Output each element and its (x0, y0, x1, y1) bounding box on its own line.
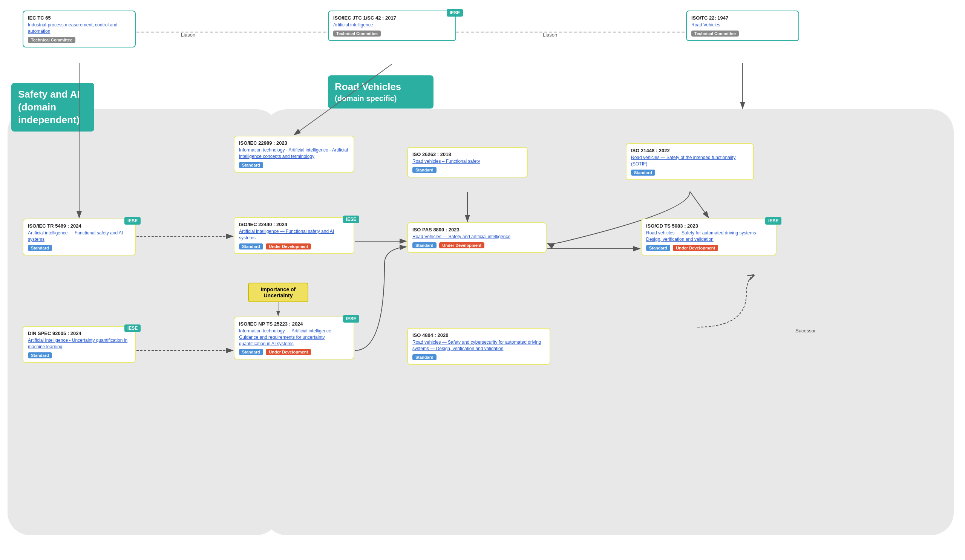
iso-iec-22440-badge2: Under Development (266, 243, 311, 250)
iso-iec-22440-badge1: Standard (239, 243, 263, 250)
safety-label: Safety and AI (domain independent) (11, 83, 94, 132)
iso-iec-jtc-badge: Technical Committee (333, 31, 381, 36)
iso-iec-jtc-iese: IESE (447, 9, 463, 16)
card-iso-pas-8800: ISO PAS 8800 : 2023 Road Vehicles — Safe… (407, 222, 546, 253)
card-din-spec-92005: DIN SPEC 92005 : 2024 Artificial Intelli… (23, 326, 136, 363)
iso-26262-badge: Standard (412, 167, 437, 173)
importance-label: Importance ofUncertainty (248, 282, 308, 302)
iso-pas-8800-badge1: Standard (412, 242, 437, 248)
iso-tc22-title: ISO/TC 22: 1947 (691, 15, 794, 21)
iso-cd-ts-5083-badge2: Under Development (673, 245, 718, 251)
iso-26262-link[interactable]: Road vehicles – Functional safety (412, 158, 522, 165)
card-iso-iec-22989: ISO/IEC 22989 : 2023 Information technol… (234, 136, 354, 173)
iso-iec-np-ts-25223-badge2: Under Development (266, 349, 311, 355)
road-label-line2: (domain specific) (335, 93, 427, 103)
din-spec-92005-badge: Standard (28, 353, 52, 358)
iso-pas-8800-title: ISO PAS 8800 : 2023 (412, 227, 541, 232)
card-iec-tc65: IEC TC 65 Industrial-process measurement… (23, 11, 136, 47)
card-iso-iec-jtc: ISO/IEC JTC 1/SC 42 : 2017 Artificial in… (328, 11, 456, 41)
iso-iec-tr-5469-title: ISO/IEC TR 5469 : 2024 (28, 223, 131, 229)
iso-cd-ts-5083-badge1: Standard (646, 245, 670, 251)
iso-iec-22989-link[interactable]: Information technology - Artificial inte… (239, 147, 349, 160)
iso-pas-8800-link[interactable]: Road Vehicles — Safety and artificial in… (412, 233, 541, 240)
iso-iec-np-ts-25223-iese: IESE (343, 315, 359, 323)
iso-4804-badge: Standard (412, 354, 437, 360)
iso-cd-ts-5083-link[interactable]: Road vehicles — Safety for automated dri… (646, 230, 771, 243)
iso-tc22-badge: Technical Committee (691, 31, 739, 36)
card-iso-tc22: ISO/TC 22: 1947 Road Vehicles Technical … (686, 11, 799, 41)
safety-label-line2: (domain (18, 101, 87, 114)
card-iso-cd-ts-5083: ISO/CD TS 5083 : 2023 Road vehicles — Sa… (641, 219, 777, 256)
iso-4804-title: ISO 4804 : 2020 (412, 332, 545, 338)
iec-tc65-link[interactable]: Industrial-process measurement, control … (28, 22, 131, 35)
iso-iec-tr-5469-iese: IESE (124, 217, 141, 225)
iso-iec-jtc-title: ISO/IEC JTC 1/SC 42 : 2017 (333, 15, 451, 21)
liaison-right: Liason (543, 32, 557, 38)
iso-iec-22989-badge: Standard (239, 162, 263, 168)
iso-iec-tr-5469-link[interactable]: Artificial intelligence — Functional saf… (28, 230, 131, 243)
liaison-left: Liason (181, 32, 195, 38)
iso-pas-8800-badge2: Under Development (439, 242, 484, 248)
road-label-line1: Road Vehicles (335, 81, 427, 93)
iso-iec-22440-title: ISO/IEC 22440 : 2024 (239, 222, 349, 227)
iso-iec-np-ts-25223-title: ISO/IEC NP TS 25223 : 2024 (239, 321, 349, 327)
card-iso-iec-np-ts-25223: ISO/IEC NP TS 25223 : 2024 Information t… (234, 317, 354, 359)
din-spec-92005-link[interactable]: Artificial Intelligence - Uncertainty qu… (28, 337, 131, 350)
iso-21448-title: ISO 21448 : 2022 (631, 148, 749, 153)
road-label: Road Vehicles (domain specific) (328, 75, 433, 109)
iso-cd-ts-5083-iese: IESE (765, 217, 782, 225)
card-iso-iec-22440: ISO/IEC 22440 : 2024 Artificial intellig… (234, 217, 354, 254)
region-road (264, 109, 954, 535)
iso-4804-link[interactable]: Road vehicles — Safety and cybersecurity… (412, 339, 545, 352)
iso-iec-jtc-link[interactable]: Artificial intelligence (333, 22, 451, 28)
iso-iec-22989-title: ISO/IEC 22989 : 2023 (239, 140, 349, 146)
iso-iec-tr-5469-badge: Standard (28, 245, 52, 251)
card-iso-4804: ISO 4804 : 2020 Road vehicles — Safety a… (407, 328, 550, 365)
din-spec-92005-title: DIN SPEC 92005 : 2024 (28, 330, 131, 336)
successor-label: Sucessor (795, 328, 816, 333)
iso-21448-badge: Standard (631, 170, 655, 176)
iso-21448-link[interactable]: Road vehicles — Safety of the intended f… (631, 155, 749, 167)
iso-cd-ts-5083-title: ISO/CD TS 5083 : 2023 (646, 223, 771, 229)
iso-iec-np-ts-25223-link[interactable]: Information technology — Artificial inte… (239, 328, 349, 347)
card-iso-iec-tr-5469: ISO/IEC TR 5469 : 2024 Artificial intell… (23, 219, 136, 256)
safety-label-line3: independent) (18, 114, 87, 127)
iso-tc22-link[interactable]: Road Vehicles (691, 22, 794, 28)
iec-tc65-badge: Technical Committee (28, 37, 75, 43)
iso-iec-22440-link[interactable]: Artificial intelligence — Functional saf… (239, 229, 349, 241)
safety-label-line1: Safety and AI (18, 88, 87, 101)
iso-iec-22440-iese: IESE (343, 216, 359, 223)
din-spec-92005-iese: IESE (124, 325, 141, 332)
card-iso-26262: ISO 26262 : 2018 Road vehicles – Functio… (407, 147, 528, 178)
iec-tc65-title: IEC TC 65 (28, 15, 131, 21)
card-iso-21448: ISO 21448 : 2022 Road vehicles — Safety … (626, 143, 754, 180)
iso-iec-np-ts-25223-badge1: Standard (239, 349, 263, 355)
diagram-container: Safety and AI (domain independent) Road … (0, 0, 965, 560)
importance-text: Importance ofUncertainty (261, 286, 296, 299)
iso-26262-title: ISO 26262 : 2018 (412, 152, 522, 157)
